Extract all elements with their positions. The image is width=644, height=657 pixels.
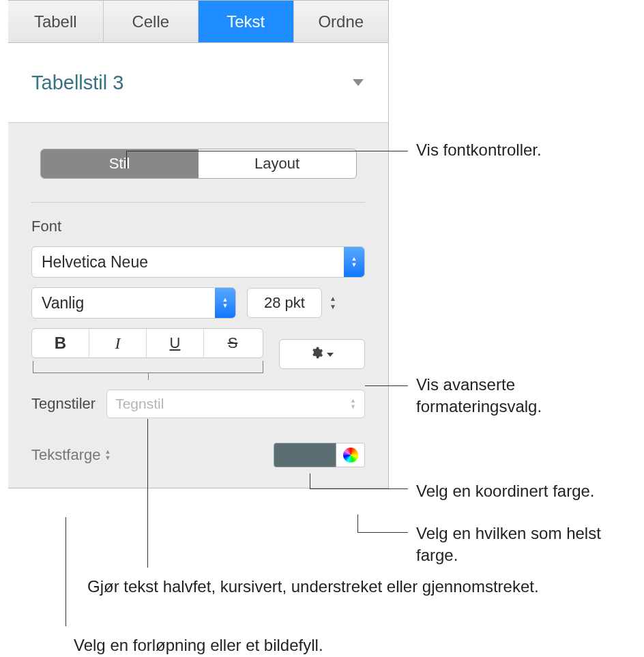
paragraph-style-name: Tabellstil 3 (31, 72, 123, 94)
callout-any-color: Velg en hvilken som helst farge. (416, 523, 644, 567)
text-color-popup[interactable]: Tekstfarge ▲▼ (31, 446, 111, 464)
font-size-stepper: ▲ ▼ (326, 289, 340, 317)
callout-line (310, 473, 310, 488)
inspector-panel: Tabell Celle Tekst Ordne Tabellstil 3 St… (8, 0, 389, 488)
underline-button[interactable]: U (147, 329, 204, 357)
chevron-updown-icon: ▲▼ (105, 449, 111, 461)
callout-gradient: Velg en forløpning eller et bildefyll. (74, 634, 323, 656)
callout-bius: Gjør tekst halvfet, kursivert, understre… (87, 576, 539, 598)
tab-tekst[interactable]: Tekst (199, 1, 294, 42)
character-styles-label: Tegnstiler (31, 395, 96, 413)
font-size-input[interactable]: 28 pkt (247, 288, 322, 318)
callout-line (65, 517, 66, 626)
character-style-placeholder: Tegnstil (115, 396, 164, 412)
segmented-layout[interactable]: Layout (199, 149, 356, 178)
chevron-down-icon (351, 78, 365, 87)
font-family-select[interactable]: Helvetica Neue ▲▼ (31, 246, 365, 278)
text-format-group: B I U S (31, 328, 263, 358)
callout-font-controls: Vis fontkontroller. (416, 139, 542, 161)
bracket-decoration (33, 361, 263, 380)
select-stepper-icon: ▲▼ (215, 288, 235, 318)
callout-advanced: Vis avanserte formateringsvalg. (416, 374, 644, 418)
stepper-down-icon[interactable]: ▼ (326, 303, 340, 311)
character-style-select[interactable]: Tegnstil ▲▼ (106, 390, 365, 418)
callout-line (127, 151, 408, 151)
color-wheel-button[interactable] (336, 443, 365, 467)
color-swatch[interactable] (274, 443, 336, 467)
tab-tabell[interactable]: Tabell (8, 1, 104, 42)
callout-coord-color: Velg en koordinert farge. (416, 480, 595, 502)
callout-line (357, 514, 358, 532)
chevron-down-icon: ▲▼ (350, 398, 356, 410)
callout-line (365, 385, 408, 386)
style-layout-segmented: Stil Layout (40, 149, 357, 179)
text-color-label: Tekstfarge (31, 446, 101, 464)
callout-line (147, 419, 148, 568)
italic-button[interactable]: I (89, 329, 147, 357)
paragraph-style-picker[interactable]: Tabellstil 3 (8, 43, 388, 123)
font-weight-value: Vanlig (42, 294, 84, 312)
svg-marker-0 (353, 79, 364, 86)
font-weight-select[interactable]: Vanlig ▲▼ (31, 287, 236, 319)
tab-ordne[interactable]: Ordne (294, 1, 389, 42)
segmented-stil[interactable]: Stil (41, 149, 199, 178)
text-inspector-body: Stil Layout Font Helvetica Neue ▲▼ Vanli… (8, 123, 388, 488)
color-controls (274, 443, 365, 467)
font-size-value: 28 pkt (264, 294, 305, 312)
gear-icon (310, 346, 323, 362)
stepper-up-icon[interactable]: ▲ (326, 295, 340, 303)
select-stepper-icon: ▲▼ (344, 247, 364, 277)
callout-line (310, 488, 408, 489)
tab-celle[interactable]: Celle (104, 1, 199, 42)
callout-line (357, 532, 408, 533)
chevron-down-icon (326, 348, 334, 360)
color-wheel-icon (343, 448, 358, 463)
divider (31, 202, 365, 203)
font-section-label: Font (31, 218, 365, 235)
font-family-value: Helvetica Neue (42, 253, 148, 272)
svg-marker-1 (327, 353, 334, 357)
strikethrough-button[interactable]: S (204, 329, 261, 357)
callout-line (126, 151, 127, 169)
inspector-tabs: Tabell Celle Tekst Ordne (8, 1, 388, 43)
advanced-options-button[interactable] (279, 339, 365, 369)
bold-button[interactable]: B (32, 329, 89, 357)
